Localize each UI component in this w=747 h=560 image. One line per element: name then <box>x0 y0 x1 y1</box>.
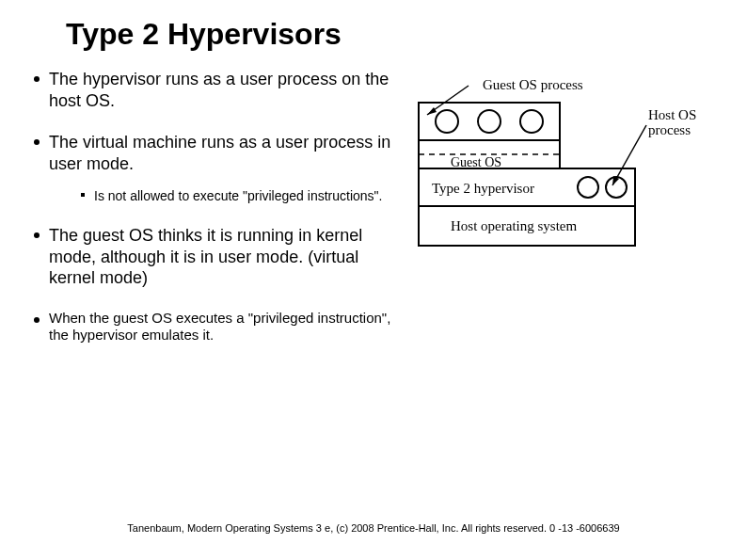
bullet-1: The hypervisor runs as a user process on… <box>28 69 395 111</box>
hypervisor-diagram: Guest OS process Host OS process Guest O… <box>409 72 729 270</box>
footer-citation: Tanenbaum, Modern Operating Systems 3 e,… <box>0 522 747 534</box>
svg-point-7 <box>520 110 543 133</box>
bullet-3: The guest OS thinks it is running in ker… <box>28 225 395 289</box>
label-host-process-line2: process <box>648 122 691 137</box>
label-guest-os: Guest OS <box>451 155 501 169</box>
label-host-process-line1: Host OS <box>648 107 696 122</box>
bullet-2-sub: Is not allowed to execute "privileged in… <box>49 187 395 204</box>
label-hypervisor: Type 2 hypervisor <box>432 181 534 196</box>
sub-list: Is not allowed to execute "privileged in… <box>49 187 395 204</box>
bullet-2: The virtual machine runs as a user proce… <box>28 132 395 204</box>
svg-point-5 <box>436 110 458 133</box>
svg-rect-4 <box>419 103 560 140</box>
bullet-4: When the guest OS executes a "privileged… <box>28 310 395 345</box>
label-host-os: Host operating system <box>451 218 577 233</box>
svg-point-11 <box>578 177 598 198</box>
bullet-2-text: The virtual machine runs as a user proce… <box>49 133 390 173</box>
text-column: The hypervisor runs as a user process on… <box>28 69 395 360</box>
bullet-list-small: When the guest OS executes a "privileged… <box>28 310 395 345</box>
slide-title: Type 2 Hypervisors <box>0 0 747 52</box>
svg-point-6 <box>478 110 501 133</box>
diagram-column: Guest OS process Host OS process Guest O… <box>395 69 715 360</box>
content-area: The hypervisor runs as a user process on… <box>0 52 747 360</box>
bullet-list: The hypervisor runs as a user process on… <box>28 69 395 289</box>
label-guest-process: Guest OS process <box>483 77 583 92</box>
